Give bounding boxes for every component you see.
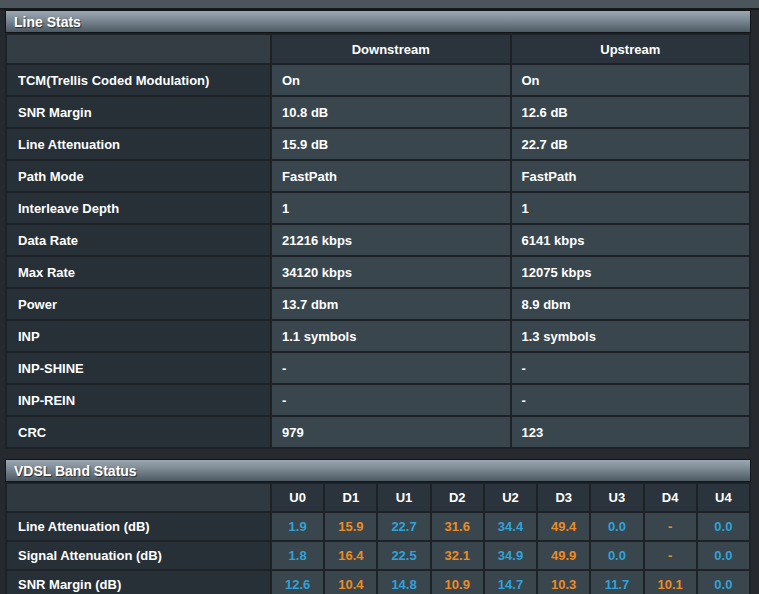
line-stats-row: INP1.1 symbols1.3 symbols — [6, 320, 750, 352]
vdsl-band-row-label: SNR Margin (dB) — [6, 570, 271, 594]
line-stats-section: Line Stats Downstream Upstream TCM(Trell… — [5, 10, 751, 449]
vdsl-band-value-d2: 10.9 — [431, 570, 484, 594]
vdsl-band-value-d2: 32.1 — [431, 541, 484, 570]
vdsl-band-value-u0: 1.8 — [271, 541, 324, 570]
line-stats-row: Path ModeFastPathFastPath — [6, 160, 750, 192]
line-stats-upstream-value: 12075 kbps — [511, 256, 751, 288]
vdsl-band-value-u3: 0.0 — [590, 541, 643, 570]
vdsl-band-value-u0: 12.6 — [271, 570, 324, 594]
line-stats-row-label: Power — [6, 288, 271, 320]
vdsl-band-value-u2: 14.7 — [484, 570, 537, 594]
vdsl-band-status-table: U0D1U1D2U2D3U3D4U4 Line Attenuation (dB)… — [5, 482, 751, 594]
vdsl-band-column-u3: U3 — [590, 483, 643, 512]
line-stats-row-label: Max Rate — [6, 256, 271, 288]
line-stats-downstream-value: 15.9 dB — [271, 128, 511, 160]
line-stats-row-label: Interleave Depth — [6, 192, 271, 224]
vdsl-band-column-d4: D4 — [644, 483, 697, 512]
line-stats-corner-cell — [6, 34, 271, 64]
vdsl-band-value-d3: 49.4 — [537, 512, 590, 541]
line-stats-section-title: Line Stats — [5, 10, 751, 33]
line-stats-header-row: Downstream Upstream — [6, 34, 750, 64]
vdsl-band-value-u4: 0.0 — [697, 570, 750, 594]
page-top-strip — [0, 0, 759, 10]
vdsl-band-status-section: VDSL Band Status U0D1U1D2U2D3U3D4U4 Line… — [5, 459, 751, 594]
line-stats-row-label: Data Rate — [6, 224, 271, 256]
vdsl-band-row: Signal Attenuation (dB)1.816.422.532.134… — [6, 541, 750, 570]
line-stats-row: TCM(Trellis Coded Modulation)OnOn — [6, 64, 750, 96]
line-stats-row: INP-REIN-- — [6, 384, 750, 416]
line-stats-row-label: INP — [6, 320, 271, 352]
line-stats-downstream-value: 1.1 symbols — [271, 320, 511, 352]
line-stats-row-label: TCM(Trellis Coded Modulation) — [6, 64, 271, 96]
vdsl-band-status-section-title: VDSL Band Status — [5, 459, 751, 482]
line-stats-upstream-value: 6141 kbps — [511, 224, 751, 256]
line-stats-upstream-value: 22.7 dB — [511, 128, 751, 160]
line-stats-row: SNR Margin10.8 dB12.6 dB — [6, 96, 750, 128]
line-stats-upstream-value: - — [511, 352, 751, 384]
line-stats-downstream-value: 1 — [271, 192, 511, 224]
vdsl-band-value-u1: 22.5 — [377, 541, 430, 570]
line-stats-table: Downstream Upstream TCM(Trellis Coded Mo… — [5, 33, 751, 449]
vdsl-band-column-u4: U4 — [697, 483, 750, 512]
line-stats-upstream-value: 123 — [511, 416, 751, 448]
vdsl-band-value-u1: 14.8 — [377, 570, 430, 594]
vdsl-band-column-d2: D2 — [431, 483, 484, 512]
line-stats-row-label: Line Attenuation — [6, 128, 271, 160]
vdsl-band-value-u2: 34.9 — [484, 541, 537, 570]
vdsl-band-value-d3: 49.9 — [537, 541, 590, 570]
vdsl-band-value-d4: - — [644, 512, 697, 541]
vdsl-band-column-d1: D1 — [324, 483, 377, 512]
vdsl-band-value-d3: 10.3 — [537, 570, 590, 594]
vdsl-band-row: Line Attenuation (dB)1.915.922.731.634.4… — [6, 512, 750, 541]
line-stats-row-label: SNR Margin — [6, 96, 271, 128]
vdsl-band-column-u0: U0 — [271, 483, 324, 512]
line-stats-row: Line Attenuation15.9 dB22.7 dB — [6, 128, 750, 160]
line-stats-row-label: CRC — [6, 416, 271, 448]
page-content: Line Stats Downstream Upstream TCM(Trell… — [0, 10, 759, 594]
vdsl-band-value-u4: 0.0 — [697, 541, 750, 570]
line-stats-downstream-value: 21216 kbps — [271, 224, 511, 256]
vdsl-band-value-u3: 0.0 — [590, 512, 643, 541]
line-stats-row: INP-SHINE-- — [6, 352, 750, 384]
vdsl-band-value-d1: 15.9 — [324, 512, 377, 541]
vdsl-band-column-u2: U2 — [484, 483, 537, 512]
vdsl-band-value-u2: 34.4 — [484, 512, 537, 541]
line-stats-upstream-value: 8.9 dbm — [511, 288, 751, 320]
line-stats-downstream-value: 10.8 dB — [271, 96, 511, 128]
line-stats-column-downstream: Downstream — [271, 34, 511, 64]
section-gap — [5, 449, 751, 459]
line-stats-row: Data Rate21216 kbps6141 kbps — [6, 224, 750, 256]
line-stats-column-upstream: Upstream — [511, 34, 751, 64]
line-stats-row-label: INP-REIN — [6, 384, 271, 416]
line-stats-upstream-value: 1.3 symbols — [511, 320, 751, 352]
vdsl-band-header-row: U0D1U1D2U2D3U3D4U4 — [6, 483, 750, 512]
vdsl-band-corner-cell — [6, 483, 271, 512]
line-stats-downstream-value: 34120 kbps — [271, 256, 511, 288]
line-stats-row: Max Rate34120 kbps12075 kbps — [6, 256, 750, 288]
vdsl-band-value-u1: 22.7 — [377, 512, 430, 541]
vdsl-band-row-label: Signal Attenuation (dB) — [6, 541, 271, 570]
vdsl-band-value-d2: 31.6 — [431, 512, 484, 541]
line-stats-upstream-value: FastPath — [511, 160, 751, 192]
vdsl-band-value-u4: 0.0 — [697, 512, 750, 541]
line-stats-downstream-value: 979 — [271, 416, 511, 448]
line-stats-downstream-value: On — [271, 64, 511, 96]
vdsl-band-value-d1: 10.4 — [324, 570, 377, 594]
line-stats-downstream-value: 13.7 dbm — [271, 288, 511, 320]
line-stats-row-label: INP-SHINE — [6, 352, 271, 384]
line-stats-row: CRC979123 — [6, 416, 750, 448]
vdsl-band-value-d1: 16.4 — [324, 541, 377, 570]
line-stats-upstream-value: - — [511, 384, 751, 416]
line-stats-row-label: Path Mode — [6, 160, 271, 192]
line-stats-downstream-value: - — [271, 384, 511, 416]
line-stats-upstream-value: 1 — [511, 192, 751, 224]
line-stats-downstream-value: FastPath — [271, 160, 511, 192]
vdsl-band-value-d4: 10.1 — [644, 570, 697, 594]
vdsl-band-column-u1: U1 — [377, 483, 430, 512]
line-stats-upstream-value: 12.6 dB — [511, 96, 751, 128]
line-stats-row: Interleave Depth11 — [6, 192, 750, 224]
vdsl-band-value-u0: 1.9 — [271, 512, 324, 541]
line-stats-downstream-value: - — [271, 352, 511, 384]
vdsl-band-value-u3: 11.7 — [590, 570, 643, 594]
line-stats-upstream-value: On — [511, 64, 751, 96]
